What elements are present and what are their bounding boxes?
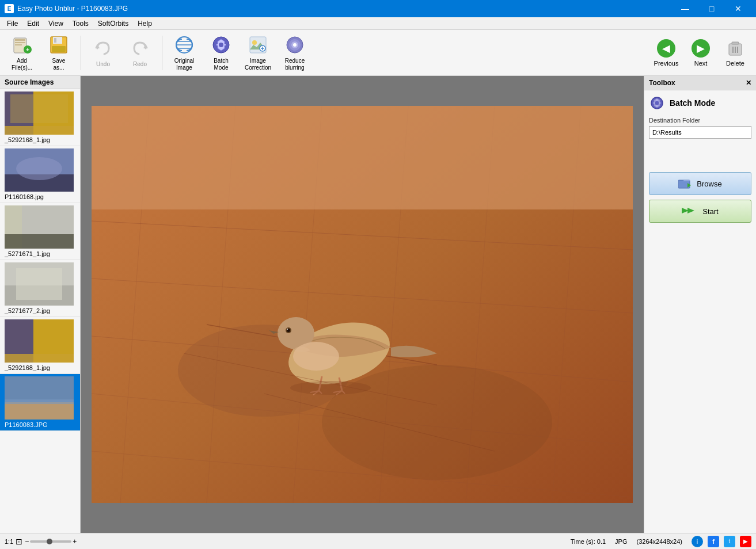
close-button[interactable]: ✕ bbox=[725, 0, 751, 17]
add-files-label: AddFile(s)... bbox=[12, 58, 32, 71]
svg-rect-1 bbox=[15, 39, 25, 41]
svg-rect-53 bbox=[5, 402, 74, 420]
source-item-5[interactable]: P1160083.JPG bbox=[0, 374, 80, 431]
svg-point-77 bbox=[293, 342, 339, 371]
minimize-button[interactable]: — bbox=[672, 0, 698, 17]
zoom-level: 1:1 bbox=[5, 538, 13, 545]
image-correction-icon bbox=[248, 35, 268, 55]
svg-rect-48 bbox=[16, 268, 62, 300]
nav-buttons: ◀ Previous ▶ Next Delete bbox=[650, 33, 751, 73]
delete-icon bbox=[726, 39, 744, 58]
facebook-icon[interactable]: f bbox=[708, 536, 719, 547]
zoom-in-icon: + bbox=[73, 537, 77, 546]
save-as-icon bbox=[48, 35, 69, 55]
add-files-button[interactable]: + AddFile(s)... bbox=[5, 33, 39, 73]
redo-button[interactable]: Redo bbox=[123, 33, 157, 73]
maximize-button[interactable]: □ bbox=[698, 0, 725, 17]
undo-button[interactable]: Undo bbox=[86, 33, 120, 73]
menu-item-edit[interactable]: Edit bbox=[22, 18, 44, 29]
menu-item-help[interactable]: Help bbox=[133, 18, 157, 29]
previous-button[interactable]: ◀ Previous bbox=[650, 33, 682, 73]
zoom-fit-icon: ⊡ bbox=[16, 537, 22, 546]
thumb-4 bbox=[5, 319, 74, 363]
original-image-icon bbox=[174, 35, 195, 55]
info-icon[interactable]: i bbox=[692, 536, 703, 547]
start-label: Start bbox=[702, 207, 718, 216]
svg-rect-3 bbox=[15, 44, 22, 45]
delete-button[interactable]: Delete bbox=[719, 33, 751, 73]
svg-point-17 bbox=[219, 43, 223, 47]
svg-rect-9 bbox=[52, 46, 66, 52]
social-icons: i f t ▶ bbox=[692, 536, 751, 547]
previous-label: Previous bbox=[654, 60, 679, 67]
start-button[interactable]: Start bbox=[649, 200, 751, 223]
svg-rect-51 bbox=[5, 354, 74, 363]
toolbox-close-icon[interactable]: ✕ bbox=[746, 79, 751, 87]
main-layout: Source Images _5292168_1.jpg bbox=[0, 76, 756, 533]
title-bar-left: E Easy Photo Unblur - P1160083.JPG bbox=[5, 4, 128, 13]
svg-rect-32 bbox=[732, 42, 739, 44]
batch-mode-icon bbox=[211, 35, 231, 55]
source-item-4[interactable]: _5292168_1.jpg bbox=[0, 317, 80, 374]
menu-item-tools[interactable]: Tools bbox=[68, 18, 93, 29]
reduce-blurring-button[interactable]: Reduceblurring bbox=[278, 33, 312, 73]
toolbar: + AddFile(s)... Saveas... Undo bbox=[0, 30, 756, 76]
zoom-out-icon: − bbox=[25, 537, 29, 546]
browse-label: Browse bbox=[697, 180, 721, 188]
svg-rect-8 bbox=[54, 38, 56, 43]
thumb-3 bbox=[5, 262, 74, 306]
batch-mode-label: BatchMode bbox=[214, 58, 229, 71]
add-files-icon: + bbox=[12, 35, 32, 55]
source-item-2[interactable]: _5271671_1.jpg bbox=[0, 203, 80, 260]
zoom-slider[interactable]: − + bbox=[25, 537, 77, 546]
menu-item-file[interactable]: File bbox=[2, 18, 22, 29]
twitter-icon[interactable]: t bbox=[724, 536, 735, 547]
svg-rect-67 bbox=[92, 106, 633, 209]
svg-point-23 bbox=[252, 40, 257, 45]
main-image-view bbox=[92, 106, 633, 503]
undo-icon bbox=[93, 38, 113, 59]
destination-folder-label: Destination Folder bbox=[649, 117, 751, 124]
destination-folder-input[interactable] bbox=[649, 126, 751, 139]
save-as-label: Saveas... bbox=[52, 58, 66, 71]
batch-mode-button[interactable]: BatchMode bbox=[204, 33, 238, 73]
source-label-2: _5271671_1.jpg bbox=[5, 250, 75, 257]
time-value: 0.1 bbox=[597, 538, 606, 545]
next-button[interactable]: ▶ Next bbox=[685, 33, 717, 73]
image-correction-button[interactable]: ImageCorrection bbox=[241, 33, 275, 73]
menu-item-softorbits[interactable]: SoftOrbits bbox=[93, 18, 133, 29]
source-label-4: _5292168_1.jpg bbox=[5, 364, 75, 371]
svg-rect-54 bbox=[5, 399, 74, 404]
svg-rect-45 bbox=[5, 234, 74, 249]
svg-point-42 bbox=[16, 157, 62, 180]
bird-image-svg bbox=[92, 106, 633, 503]
source-panel-header: Source Images bbox=[0, 76, 80, 89]
source-item-0[interactable]: _5292168_1.jpg bbox=[0, 89, 80, 146]
zoom-slider-thumb[interactable] bbox=[47, 539, 52, 544]
source-label-5: P1160083.JPG bbox=[5, 421, 75, 428]
svg-point-83 bbox=[655, 101, 659, 105]
dimensions-label: (3264x2448x24) bbox=[636, 538, 682, 545]
svg-point-80 bbox=[290, 381, 371, 395]
original-image-button[interactable]: OriginalImage bbox=[167, 33, 202, 73]
browse-button[interactable]: Browse bbox=[649, 172, 751, 195]
menu-item-view[interactable]: View bbox=[44, 18, 68, 29]
separator-2 bbox=[162, 36, 162, 70]
separator-1 bbox=[81, 36, 81, 70]
batch-mode-label: Batch Mode bbox=[670, 98, 715, 108]
batch-mode-gear-icon bbox=[649, 95, 665, 111]
svg-text:+: + bbox=[26, 47, 29, 53]
window-title: Easy Photo Unblur - P1160083.JPG bbox=[17, 5, 128, 13]
source-label-3: _5271677_2.jpg bbox=[5, 307, 75, 314]
reduce-blurring-icon bbox=[284, 35, 305, 55]
svg-point-76 bbox=[287, 329, 288, 330]
redo-label: Redo bbox=[133, 61, 147, 67]
save-as-button[interactable]: Saveas... bbox=[41, 33, 76, 73]
zoom-section: 1:1 ⊡ − + bbox=[5, 537, 77, 546]
youtube-icon[interactable]: ▶ bbox=[740, 536, 751, 547]
undo-label: Undo bbox=[96, 61, 110, 67]
svg-point-71 bbox=[322, 365, 552, 480]
svg-rect-39 bbox=[10, 94, 68, 123]
source-item-3[interactable]: _5271677_2.jpg bbox=[0, 260, 80, 317]
source-item-1[interactable]: P1160168.jpg bbox=[0, 146, 80, 203]
